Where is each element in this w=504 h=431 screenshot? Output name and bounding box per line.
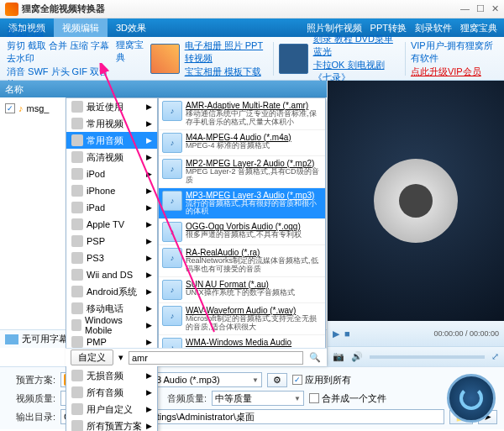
category-item[interactable]: 用户自定义▶ — [66, 401, 157, 418]
promo-links-1a[interactable]: 电子相册 照片 PPT转视频 — [185, 39, 268, 65]
search-icon[interactable]: 🔍 — [308, 351, 322, 365]
category-item[interactable]: Android系统▶ — [66, 283, 157, 300]
stop-button[interactable]: ■ — [344, 329, 350, 339]
link-baodian[interactable]: 狸窝宝典 — [460, 22, 497, 34]
category-icon — [71, 269, 83, 281]
subtitle-icon — [5, 334, 18, 344]
file-name: msg_ — [27, 103, 50, 113]
category-item[interactable]: iPad▶ — [66, 199, 157, 216]
chevron-right-icon: ▶ — [146, 405, 152, 413]
snapshot-button[interactable]: 📷 — [333, 351, 344, 362]
category-item[interactable]: 常用视频▶ — [66, 115, 157, 132]
category-icon — [71, 118, 83, 129]
category-icon — [71, 151, 83, 163]
format-item[interactable]: ♪WAV-Waveform Audio (*.wav)Microsoft制定的音… — [159, 303, 325, 335]
chevron-right-icon: ▶ — [146, 388, 152, 397]
category-item[interactable]: 所有预置方案▶ — [66, 418, 157, 431]
category-item[interactable]: 高清视频▶ — [66, 149, 157, 166]
category-menu: 最近使用▶常用视频▶常用音频▶高清视频▶iPod▶iPhone▶iPad▶App… — [66, 97, 158, 431]
format-type-icon: ♪ — [162, 306, 182, 326]
chevron-right-icon: ▶ — [146, 271, 152, 279]
format-search-input[interactable] — [129, 351, 303, 365]
close-button[interactable]: ✕ — [491, 3, 499, 14]
promo-thumb-1[interactable] — [150, 44, 180, 74]
reel-icon — [374, 159, 458, 243]
chevron-right-icon: ▶ — [146, 287, 152, 296]
category-icon — [71, 319, 81, 331]
format-item[interactable]: ♪SUN AU Format (*.au)UNIX操作系统下的数字音频格式 — [159, 277, 325, 303]
app-title: 狸窝全能视频转换器 — [22, 3, 105, 15]
custom-button[interactable]: 自定义 — [71, 350, 113, 365]
format-item[interactable]: ♪MP3-MPEG Layer-3 Audio (*.mp3)流行的音频格式,具… — [159, 188, 325, 220]
category-item[interactable]: PS3▶ — [66, 250, 157, 266]
tab-3d[interactable]: 3D效果 — [108, 18, 155, 37]
toolbar-links-1[interactable]: 剪切 截取 合并 压缩 字幕 去水印 — [7, 39, 111, 65]
category-icon — [71, 386, 83, 398]
format-type-icon: ♪ — [162, 280, 182, 300]
chevron-right-icon: ▶ — [146, 237, 152, 245]
category-item[interactable]: iPhone▶ — [66, 182, 157, 199]
category-icon — [71, 134, 83, 146]
chevron-right-icon: ▶ — [146, 102, 152, 111]
chevron-right-icon: ▶ — [146, 220, 152, 229]
category-item[interactable]: Apple TV▶ — [66, 216, 157, 233]
category-item[interactable]: 常用音频▶ — [66, 132, 157, 149]
category-item[interactable]: PSP▶ — [66, 233, 157, 250]
col-name: 名称 — [5, 83, 24, 96]
minimize-button[interactable]: — — [460, 3, 470, 14]
maximize-button[interactable]: ☐ — [476, 3, 485, 14]
category-icon — [71, 101, 83, 113]
preset-settings-button[interactable]: ⚙ — [267, 373, 287, 387]
promo-links-2a[interactable]: 刻录 教程 DVD菜单 蓝光 — [313, 33, 401, 58]
chevron-right-icon: ▶ — [146, 187, 152, 195]
category-item[interactable]: 移动电话▶ — [66, 300, 157, 317]
category-icon — [71, 302, 83, 314]
vq-label: 视频质量: — [7, 392, 55, 405]
chevron-right-icon: ▶ — [146, 422, 152, 430]
format-item[interactable]: ♪RA-RealAudio (*.ra)RealNetworks制定的流媒体音频… — [159, 245, 325, 277]
volume-slider[interactable] — [370, 355, 485, 359]
vip-upgrade-link[interactable]: 点此升级VIP会员 — [411, 66, 497, 78]
category-item[interactable]: 所有音频▶ — [66, 384, 157, 401]
category-item[interactable]: 无损音频▶ — [66, 367, 157, 384]
video-preview — [328, 81, 504, 321]
category-item[interactable]: iPod▶ — [66, 166, 157, 182]
category-icon — [71, 202, 83, 213]
category-icon — [71, 252, 83, 264]
format-item[interactable]: ♪MP2-MPEG Layer-2 Audio (*.mp2)MPEG Laye… — [159, 156, 325, 188]
faq-link[interactable]: 常见问题 — [7, 26, 111, 39]
category-icon — [71, 420, 83, 431]
format-type-icon: ♪ — [162, 191, 182, 211]
category-item[interactable]: 最近使用▶ — [66, 98, 157, 115]
dropdown-icon[interactable]: ▾ — [118, 352, 123, 363]
format-item[interactable]: ♪M4A-MPEG-4 Audio (*.m4a)MPEG-4 标准的音频格式 — [159, 130, 325, 156]
aq-label: 音频质量: — [158, 392, 207, 405]
chevron-right-icon: ▶ — [146, 304, 152, 313]
zoom-button[interactable]: ⤢ — [491, 351, 499, 362]
audio-quality-combo[interactable]: 中等质量▼ — [212, 391, 304, 406]
promo-thumb-2[interactable] — [279, 44, 308, 74]
merge-checkbox[interactable]: 合并成一个文件 — [309, 392, 386, 405]
apply-all-checkbox[interactable]: ✓应用到所有 — [292, 374, 351, 386]
chevron-down-icon: ▼ — [252, 376, 259, 384]
volume-icon[interactable]: 🔊 — [351, 351, 363, 362]
baodian-label[interactable]: 狸窝宝典 — [116, 39, 145, 64]
category-icon — [71, 370, 83, 381]
format-type-icon: ♪ — [162, 159, 182, 179]
convert-button[interactable] — [447, 374, 496, 423]
format-item[interactable]: ♪AMR-Adaptive Multi-Rate (*.amr)移动通信系统中广… — [159, 98, 325, 130]
promo-links-1b[interactable]: 宝宝相册 模板下载 — [185, 66, 268, 78]
chevron-right-icon: ▶ — [146, 203, 152, 212]
format-item[interactable]: ♪OGG-Ogg Vorbis Audio (*.ogg)很多声道的音频格式,不… — [159, 219, 325, 245]
time-display: 00:00:00 / 00:00:00 — [433, 329, 499, 338]
link-burn[interactable]: 刻录软件 — [415, 22, 452, 34]
category-item[interactable]: Windows Mobile▶ — [66, 317, 157, 334]
chevron-right-icon: ▶ — [146, 321, 152, 329]
file-checkbox[interactable]: ✓ — [5, 103, 15, 113]
category-item[interactable]: Wii and DS▶ — [66, 266, 157, 283]
category-icon — [71, 185, 83, 197]
chevron-right-icon: ▶ — [146, 153, 152, 161]
format-menu: ♪AMR-Adaptive Multi-Rate (*.amr)移动通信系统中广… — [158, 97, 326, 365]
chevron-right-icon: ▶ — [146, 254, 152, 262]
play-button[interactable]: ▶ — [333, 329, 339, 339]
